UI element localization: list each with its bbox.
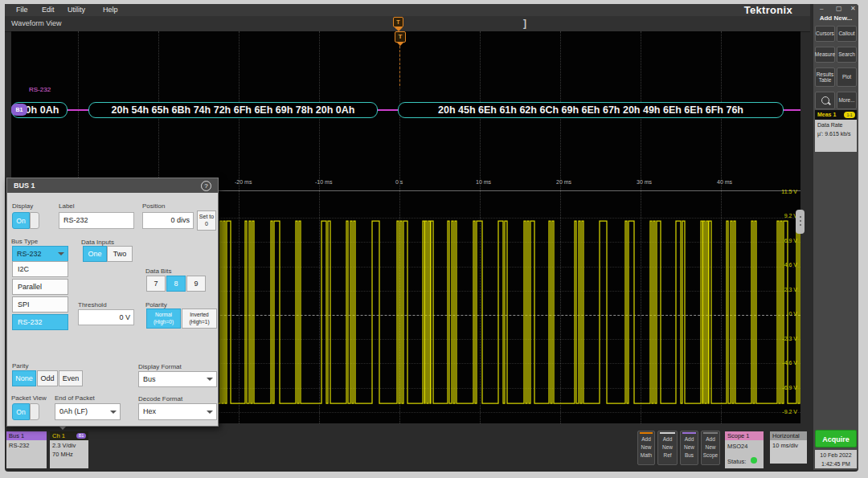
bus-type-value: RS-232 (17, 250, 42, 258)
voltage-tick-label: 6.9 V (765, 238, 797, 243)
add-new-math-button[interactable]: AddNewMath (637, 431, 655, 465)
decode-format-dropdown[interactable]: Hex (138, 403, 217, 420)
trigger-flag-icon[interactable]: T (395, 31, 406, 43)
voltage-tick-label: 4.6 V (765, 262, 797, 268)
bus1-track-badge[interactable]: B1 (11, 104, 27, 116)
restore-icon[interactable]: ▢ (836, 5, 842, 12)
scope1-badge-title: Scope 1 (725, 431, 764, 440)
cursors-button[interactable]: Cursors (815, 26, 835, 42)
data-inputs-one-button[interactable]: One (83, 246, 107, 262)
display-toggle-knob[interactable] (30, 212, 39, 229)
time-tick-label: -10 ms (315, 179, 332, 185)
packet-view-toggle[interactable]: On (12, 403, 39, 420)
threshold-label: Threshold (78, 301, 107, 308)
data-bits-label: Data Bits (145, 268, 171, 275)
menu-help[interactable]: Help (103, 6, 118, 14)
time-tick-label: 20 ms (556, 179, 571, 185)
add-new-scope-button[interactable]: AddNewScope (701, 431, 720, 465)
minimize-icon[interactable]: – (820, 5, 823, 12)
meas1-badge[interactable]: Meas 1 1-1 (815, 110, 857, 120)
threshold-input[interactable]: 0 V (78, 309, 134, 325)
menu-edit[interactable]: Edit (42, 6, 55, 14)
bus1-badge[interactable]: Bus 1 RS-232 (6, 431, 47, 468)
tab-bar: Waveform View [ ] T (5, 16, 810, 32)
data-bits-8-button[interactable]: 8 (166, 276, 186, 292)
time-tick-label: 0 s (395, 179, 403, 185)
scope1-status-label: Status: (727, 458, 746, 465)
display-format-dropdown[interactable]: Bus (138, 371, 217, 387)
chevron-down-icon (207, 378, 213, 381)
trigger-position-marker-icon[interactable]: T (393, 17, 403, 27)
close-icon[interactable]: ✕ (850, 5, 856, 12)
bus1-badge-sub: RS-232 (9, 442, 29, 449)
time-tick-label: 30 ms (637, 179, 652, 185)
set-to-zero-button[interactable]: Set to 0 (197, 210, 216, 231)
add-new-bus-button[interactable]: AddNewBus (680, 431, 698, 465)
scope-app: File Edit Utility Help Tektronix Wavefor… (5, 4, 858, 472)
display-toggle[interactable]: On (12, 212, 39, 229)
results-table-button[interactable]: Results Table (815, 67, 835, 87)
tab-waveform-view[interactable]: Waveform View (11, 19, 62, 27)
ch1-badge[interactable]: Ch 1 B1 2.3 V/div 70 MHz (50, 431, 88, 468)
polarity-normal-button[interactable]: Normal(High=0) (146, 308, 181, 329)
display-toggle-on[interactable]: On (12, 212, 30, 229)
scope-color-stripe (703, 432, 718, 434)
more-button[interactable]: More... (837, 92, 857, 109)
chevron-down-icon (110, 411, 117, 414)
meas1-nav-pill[interactable]: 1-1 (844, 112, 855, 118)
voltage-tick-label: -6.9 V (765, 385, 797, 390)
voltage-tick-label: -9.2 V (765, 409, 797, 415)
parity-none-button[interactable]: None (12, 370, 36, 386)
parity-label: Parity (12, 362, 28, 370)
data-inputs-label: Data Inputs (81, 239, 114, 246)
time-tick-label: 10 ms (476, 179, 491, 185)
bus1-config-dialog: BUS 1 ? Display On Label RS-232 Position… (6, 178, 219, 427)
position-input[interactable]: 0 divs (142, 212, 194, 229)
status-dot (751, 457, 757, 464)
datetime-display: 10 Feb 2022 1:42:45 PM (815, 450, 857, 468)
data-bits-7-button[interactable]: 7 (146, 276, 166, 292)
display-format-label: Display Format (138, 363, 182, 370)
menu-file[interactable]: File (16, 6, 28, 14)
label-input[interactable]: RS-232 (59, 212, 134, 229)
bus-color-stripe (682, 432, 696, 434)
scope1-badge[interactable]: Scope 1 MSO24 Status: (725, 431, 764, 468)
menu-utility[interactable]: Utility (68, 6, 85, 14)
bus-type-option-rs232[interactable]: RS-232 (12, 314, 68, 330)
packet-view-toggle-knob[interactable] (30, 403, 39, 420)
horizontal-scale: 10 ms/div (772, 442, 798, 449)
right-sidebar: – ▢ ✕ Add New... Cursors Callout Measure… (813, 4, 858, 470)
zoom-tool-button[interactable] (815, 92, 835, 109)
ch1-scale: 2.3 V/div (52, 442, 76, 449)
time-tick-label: 40 ms (717, 179, 732, 185)
callout-button[interactable]: Callout (837, 26, 857, 42)
end-of-packet-dropdown[interactable]: 0Ah (LF) (55, 403, 121, 420)
measure-button[interactable]: Measure (815, 47, 835, 63)
parity-even-button[interactable]: Even (59, 370, 83, 386)
bus-type-option-spi[interactable]: SPI (12, 296, 68, 313)
search-button[interactable]: Search (837, 47, 857, 63)
bus-type-option-parallel[interactable]: Parallel (12, 279, 68, 295)
voltage-tick-label: 9.2 V (765, 213, 797, 219)
bus-type-dropdown[interactable]: RS-232 (12, 246, 68, 262)
zoom-range-right-bracket[interactable]: ] (523, 18, 526, 29)
decode-connector (378, 109, 398, 111)
polarity-inverted-button[interactable]: Inverted(High=1) (182, 308, 217, 329)
meas1-name: Data Rate (817, 122, 843, 128)
menu-bar: File Edit Utility Help Tektronix (5, 4, 810, 16)
bus-type-option-i2c[interactable]: I2C (12, 261, 68, 277)
data-inputs-two-button[interactable]: Two (107, 246, 133, 262)
plot-button[interactable]: Plot (837, 67, 857, 87)
horizontal-badge[interactable]: Horizontal 10 ms/div (770, 431, 807, 464)
parity-odd-button[interactable]: Odd (37, 370, 58, 386)
acquire-button[interactable]: Acquire (815, 430, 857, 447)
meas1-readout: Data Rate µ': 9.615 kb/s (815, 120, 857, 152)
data-bits-9-button[interactable]: 9 (186, 276, 206, 292)
add-new-ref-button[interactable]: AddNewRef (657, 431, 678, 465)
label-label: Label (59, 202, 75, 210)
scale-drag-handle[interactable] (796, 210, 805, 234)
dialog-title[interactable]: BUS 1 (7, 178, 218, 193)
display-label: Display (12, 202, 33, 210)
packet-view-toggle-on[interactable]: On (12, 403, 30, 420)
help-icon[interactable]: ? (201, 181, 211, 191)
